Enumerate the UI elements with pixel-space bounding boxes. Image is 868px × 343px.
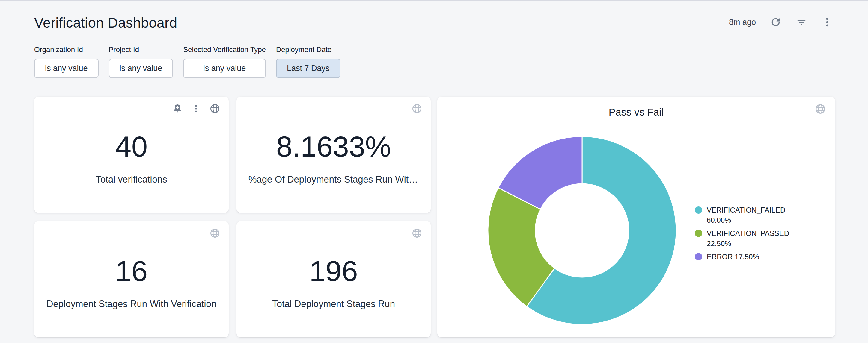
filter-value-button-project-id[interactable]: is any value [109,59,173,78]
tile-total-deployment-stages-run: 196 Total Deployment Stages Run [237,221,431,337]
tile-value: 40 [115,132,148,161]
tile-stages-run-with-verification: 16 Deployment Stages Run With Verificati… [34,221,229,337]
tile-value: 196 [309,256,358,285]
page-title: Verification Dashboard [34,14,833,31]
legend-dot [695,253,702,261]
filter-button[interactable] [796,16,807,28]
filter-verification-type: Selected Verification Type is any value [183,45,266,78]
top-border-strip [0,0,868,1]
legend-item-error[interactable]: ERROR 17.50% [695,252,794,262]
kebab-menu-icon [191,104,201,114]
bell-plus-icon [172,104,183,114]
globe-icon [411,228,422,239]
tile-actions [411,228,422,239]
globe-icon [210,103,220,114]
legend-label: ERROR 17.50% [707,252,759,262]
legend-dot [695,230,702,237]
refresh-button[interactable] [770,16,782,28]
tile-total-verifications: 40 Total verifications [34,97,229,213]
tile-menu-button[interactable] [191,104,201,114]
legend-dot [695,206,702,214]
kebab-menu-icon [821,16,833,28]
dashboard-header: Verification Dashboard 8m ago [34,14,833,35]
donut-chart[interactable] [487,135,677,325]
explore-button[interactable] [411,103,422,114]
dashboard-grid: 40 Total verifications 8.1633% %age Of D… [34,97,835,337]
filter-label: Selected Verification Type [183,45,266,54]
tile-actions [172,103,220,114]
filter-label: Project Id [109,45,173,54]
explore-button[interactable] [815,103,826,115]
tile-label: Total verifications [96,174,167,185]
tile-actions [411,103,422,114]
globe-icon [210,228,220,239]
tile-value: 8.1633% [276,132,391,161]
filter-project-id: Project Id is any value [109,45,173,78]
tile-value: 16 [115,256,148,285]
globe-icon [815,103,826,115]
header-actions: 8m ago [729,16,833,28]
filter-label: Deployment Date [276,45,340,54]
filter-icon [796,16,807,28]
globe-icon [411,103,422,114]
filter-bar: Organization Id is any value Project Id … [34,45,340,78]
legend-item-verification_failed[interactable]: VERIFICATION_FAILED 60.00% [695,205,794,226]
tile-actions [210,228,220,239]
explore-button[interactable] [210,103,220,114]
tile-label: %age Of Deployments Stages Run With V... [248,174,419,185]
filter-value-button-organization-id[interactable]: is any value [34,59,99,78]
filter-value-button-verification-type[interactable]: is any value [183,59,266,78]
legend-label: VERIFICATION_PASSED 22.50% [707,228,794,249]
explore-button[interactable] [210,228,220,239]
filter-organization-id: Organization Id is any value [34,45,99,78]
filter-deployment-date: Deployment Date Last 7 Days [276,45,340,78]
tile-label: Deployment Stages Run With Verification [46,299,216,309]
pass-vs-fail-chart-card: Pass vs Fail VERIFICATION_FAILED 60.00%V… [437,97,835,337]
tile-pct-stages-with-verification: 8.1633% %age Of Deployments Stages Run W… [237,97,431,213]
filter-value-button-deployment-date[interactable]: Last 7 Days [276,59,340,78]
refresh-icon [770,16,782,28]
legend-item-verification_passed[interactable]: VERIFICATION_PASSED 22.50% [695,228,794,249]
filter-label: Organization Id [34,45,99,54]
chart-legend: VERIFICATION_FAILED 60.00%VERIFICATION_P… [695,205,794,262]
explore-button[interactable] [411,228,422,239]
alert-button[interactable] [172,104,183,114]
dashboard-menu-button[interactable] [821,16,833,28]
last-updated-text: 8m ago [729,18,756,27]
chart-title: Pass vs Fail [437,106,835,118]
tile-label: Total Deployment Stages Run [272,299,395,309]
legend-label: VERIFICATION_FAILED 60.00% [707,205,794,226]
